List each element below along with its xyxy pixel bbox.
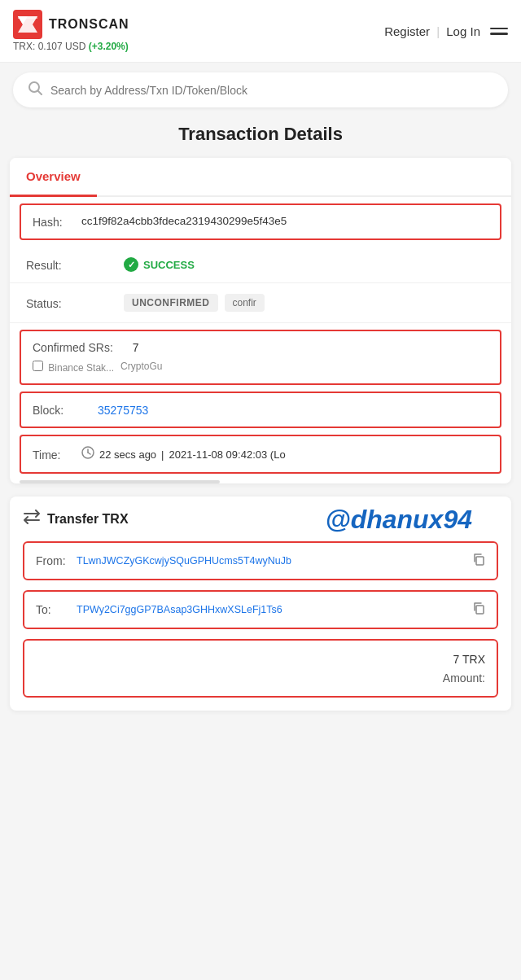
header-left: TRONSCAN TRX: 0.107 USD (+3.20%) xyxy=(13,10,129,52)
time-ago: 22 secs ago xyxy=(99,448,156,461)
confirmed-srs-row: Confirmed SRs: 7 Binance Stak... CryptoG… xyxy=(20,330,501,385)
from-value[interactable]: TLwnJWCZyGKcwjySQuGPHUcms5T4wyNuJb xyxy=(77,555,466,567)
tab-overview[interactable]: Overview xyxy=(10,158,97,197)
amount-value: 7 TRX xyxy=(453,653,485,666)
time-divider: | xyxy=(161,448,164,461)
time-value: 22 secs ago | 2021-11-08 09:42:03 (Lo xyxy=(81,446,286,462)
amount-inner: 7 TRX Amount: xyxy=(36,652,485,685)
nav-divider: | xyxy=(436,24,440,38)
header: TRONSCAN TRX: 0.107 USD (+3.20%) Registe… xyxy=(0,0,521,63)
transfer-label: Transfer TRX xyxy=(47,512,129,527)
success-text: SUCCESS xyxy=(143,259,195,271)
success-icon: ✓ xyxy=(124,257,138,272)
result-label: Result: xyxy=(26,258,124,272)
logo-text: TRONSCAN xyxy=(49,17,129,32)
sr-chip-1: Binance Stak... xyxy=(33,361,114,374)
clock-icon xyxy=(81,446,94,462)
status-badges: UNCONFIRMED confir xyxy=(124,294,265,312)
sr-chip-2: CryptoGu xyxy=(120,361,162,374)
tronscan-logo-icon xyxy=(13,10,42,39)
status-label: Status: xyxy=(26,296,124,310)
status-row: Status: UNCONFIRMED confir xyxy=(10,283,511,323)
status-confirm-badge: confir xyxy=(225,294,265,312)
page-title: Transaction Details xyxy=(0,124,521,145)
hamburger-line-2 xyxy=(490,33,508,35)
from-label: From: xyxy=(36,554,77,567)
logo-row: TRONSCAN xyxy=(13,10,129,39)
to-label: To: xyxy=(36,603,77,616)
transfer-section: Transfer TRX From: TLwnJWCZyGKcwjySQuGPH… xyxy=(10,497,511,711)
main-card: Overview Hash: cc1f9f82a4cbb3fdeca231943… xyxy=(10,158,511,483)
trx-price: TRX: 0.107 USD (+3.20%) xyxy=(13,41,129,52)
svg-line-5 xyxy=(38,91,42,94)
svg-line-8 xyxy=(88,453,90,454)
result-value: ✓ SUCCESS xyxy=(124,257,195,272)
hamburger-line-1 xyxy=(490,28,508,30)
to-value[interactable]: TPWy2Ci7ggGP7BAsap3GHHxwXSLeFj1Ts6 xyxy=(77,604,466,615)
to-row: To: TPWy2Ci7ggGP7BAsap3GHHxwXSLeFj1Ts6 xyxy=(23,590,498,629)
scrollbar-hint xyxy=(20,480,220,483)
confirmed-srs-value: 7 xyxy=(133,341,139,354)
time-label: Time: xyxy=(33,448,81,462)
block-row: Block: 35275753 xyxy=(20,392,501,428)
confirmed-srs-top: Confirmed SRs: 7 xyxy=(33,341,488,354)
trx-change: (+3.20%) xyxy=(89,41,129,52)
search-bar[interactable] xyxy=(13,72,508,107)
login-link[interactable]: Log In xyxy=(446,24,480,38)
status-unconfirmed-badge: UNCONFIRMED xyxy=(124,294,218,312)
amount-value-wrap: 7 TRX xyxy=(36,652,485,667)
from-copy-icon[interactable] xyxy=(472,553,485,569)
hash-label: Hash: xyxy=(33,215,81,229)
tabs: Overview xyxy=(10,158,511,197)
to-copy-icon[interactable] xyxy=(472,602,485,618)
search-icon xyxy=(28,81,42,99)
time-full: 2021-11-08 09:42:03 (Lo xyxy=(169,448,286,461)
result-row: Result: ✓ SUCCESS xyxy=(10,247,511,283)
header-nav: Register | Log In xyxy=(384,24,480,38)
register-link[interactable]: Register xyxy=(384,24,430,38)
amount-label: Amount: xyxy=(443,672,485,685)
hamburger-menu[interactable] xyxy=(490,28,508,35)
block-value[interactable]: 35275753 xyxy=(98,404,148,417)
transfer-header: Transfer TRX xyxy=(23,510,498,528)
amount-row: 7 TRX Amount: xyxy=(23,639,498,698)
svg-point-4 xyxy=(29,82,39,92)
hash-row: Hash: cc1f9f82a4cbb3fdeca2319430299e5f43… xyxy=(20,203,501,240)
transfer-arrows-icon xyxy=(23,510,41,528)
header-right: Register | Log In xyxy=(384,24,508,38)
from-row: From: TLwnJWCZyGKcwjySQuGPHUcms5T4wyNuJb xyxy=(23,541,498,580)
svg-rect-3 xyxy=(18,16,37,19)
hash-value: cc1f9f82a4cbb3fdeca2319430299e5f43e5 xyxy=(81,215,488,227)
svg-rect-9 xyxy=(476,557,484,565)
transfer-section-wrapper: @dhanux94 Transfer TRX From: TLwnJWCZyGK… xyxy=(0,497,521,711)
confirmed-srs-label: Confirmed SRs: xyxy=(33,341,113,354)
block-label: Block: xyxy=(33,403,98,417)
page-title-wrap: Transaction Details xyxy=(0,124,521,145)
sr-checkbox-1[interactable] xyxy=(33,361,43,371)
svg-rect-10 xyxy=(476,606,484,614)
time-row: Time: 22 secs ago | 2021-11-08 09:42:03 … xyxy=(20,435,501,474)
search-input[interactable] xyxy=(50,84,493,97)
sr-chips: Binance Stak... CryptoGu xyxy=(33,361,488,374)
